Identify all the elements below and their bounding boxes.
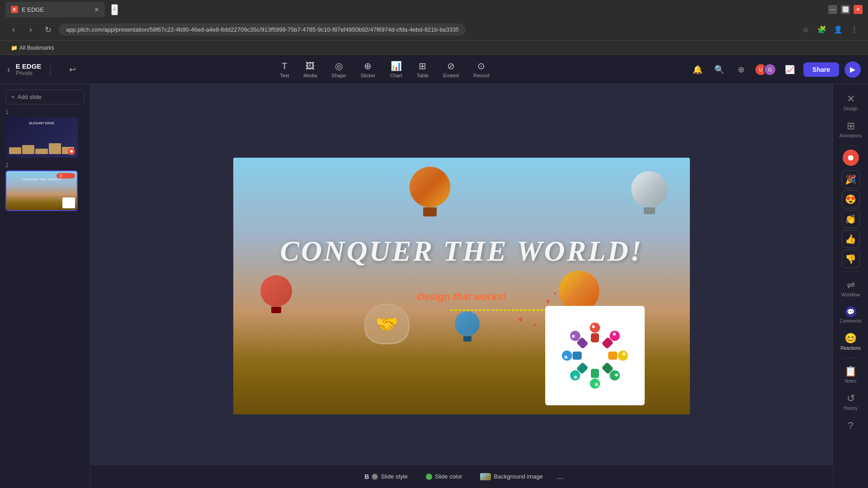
slide-color-fixed-button[interactable]: Slide color [421, 471, 467, 482]
browser-menu-icon[interactable]: ⋮ [848, 23, 861, 36]
back-nav-button[interactable]: ‹ [7, 64, 10, 75]
history-icon: ↺ [847, 393, 855, 404]
design-icon: ✕ [847, 93, 855, 105]
clap-reaction-button[interactable]: 👏 [842, 210, 860, 228]
bookmark-icon[interactable]: ☆ [799, 23, 812, 36]
svg-rect-13 [591, 369, 599, 378]
refresh-button[interactable]: ↻ [42, 23, 54, 36]
svg-point-18 [562, 351, 572, 361]
slide-thumbnail-2[interactable]: CONQUER THE WORLD! [5, 170, 78, 211]
reactions-icon: 😊 [844, 333, 857, 344]
app-name: E EDGE [16, 62, 42, 70]
app-privacy: Private [16, 70, 42, 76]
people-circle-svg [554, 315, 636, 396]
share-button[interactable]: Share [803, 62, 839, 77]
workflow-button[interactable]: ⇌ Workflow [836, 276, 866, 301]
canvas-area: CONQUER THE WORLD! Design that works! ▶ … [90, 84, 833, 488]
comments-icon: 💬 [845, 306, 856, 317]
balloon-1 [410, 167, 450, 216]
slide-title: CONQUER THE WORLD! [280, 235, 643, 268]
notification-button[interactable]: 🔔 [689, 61, 706, 78]
add-button[interactable]: ⊕ [733, 61, 749, 78]
shape-icon: ◎ [335, 61, 343, 71]
diamond-2: ◆ [533, 323, 536, 327]
app: ‹ E EDGE Private ↩ T Text 🖼 Media ◎ Shap… [0, 55, 868, 488]
back-button[interactable]: ‹ [7, 23, 20, 36]
balloon-2 [631, 171, 667, 216]
forward-button[interactable]: › [24, 23, 37, 36]
hand-drawing: 🤝 [360, 301, 414, 347]
heart-decoration-2: ♥ [554, 291, 557, 296]
address-input[interactable] [59, 23, 466, 36]
notes-icon: 📋 [844, 366, 857, 377]
recording-indicator[interactable]: ⏺ [843, 150, 859, 166]
play-button[interactable]: ▶ [844, 61, 861, 78]
plus-icon: + [11, 94, 15, 100]
bookmarks-bar: 📁 All Bookmarks [0, 41, 868, 55]
close-window-button[interactable]: ✕ [854, 5, 863, 14]
slide-item-2[interactable]: 2 CONQUER THE WORLD! [5, 162, 85, 211]
browser-actions: ☆ 🧩 👤 ⋮ [799, 23, 861, 36]
party-reaction-button[interactable]: 🎉 [842, 170, 860, 188]
media-icon: 🖼 [306, 61, 315, 71]
add-slide-button[interactable]: + Add slide [5, 89, 85, 104]
notes-button[interactable]: 📋 Notes [836, 362, 866, 387]
sidebar-divider-2 [842, 272, 860, 272]
animations-button[interactable]: ⊞ Animations [836, 117, 866, 142]
history-button[interactable]: ↺ History [836, 389, 866, 414]
heart-eyes-reaction-button[interactable]: 😍 [842, 190, 860, 208]
maximize-button[interactable]: ⬜ [841, 5, 850, 14]
minimize-button[interactable]: — [828, 5, 837, 14]
more-options-fixed-button[interactable]: ... [557, 472, 563, 481]
new-tab-button[interactable]: + [111, 4, 118, 15]
all-bookmarks-button[interactable]: 📁 All Bookmarks [7, 44, 58, 52]
chart-view-button[interactable]: 📈 [782, 61, 798, 78]
search-button[interactable]: 🔍 [711, 61, 727, 78]
svg-point-12 [590, 379, 600, 389]
people-circle-box [545, 306, 645, 405]
embed-tool[interactable]: ⊘ Embed [437, 58, 465, 81]
comments-button[interactable]: 💬 Comments [836, 303, 866, 327]
slide-color-dot-2 [426, 474, 432, 480]
record-icon: ⊙ [477, 61, 485, 71]
slide-thumbnail-1[interactable]: ELEGANT EDGE [5, 117, 78, 158]
design-button[interactable]: ✕ Design [836, 89, 866, 115]
table-icon: ⊞ [419, 61, 426, 71]
tab-close-icon[interactable]: ✕ [94, 6, 99, 13]
svg-point-6 [618, 351, 628, 361]
right-sidebar: ✕ Design ⊞ Animations ⏺ 🎉 😍 👏 👍 👎 ⇌ [833, 84, 868, 488]
text-icon: T [282, 61, 287, 71]
logo-section: E EDGE Private [16, 62, 51, 76]
sticker-tool[interactable]: ⊕ Sticker [354, 58, 382, 81]
slide-style-fixed-button[interactable]: B Slide style [360, 471, 412, 482]
slide-canvas[interactable]: CONQUER THE WORLD! Design that works! ▶ … [233, 158, 690, 414]
browser-tab[interactable]: E E EDGE ✕ [5, 2, 105, 17]
extensions-icon[interactable]: 🧩 [816, 23, 828, 36]
slide-item-1[interactable]: 1 ELEGANT EDGE [5, 109, 85, 158]
browser-address-bar: ‹ › ↻ ☆ 🧩 👤 ⋮ [0, 19, 868, 41]
slide-list: + Add slide 1 ELEGANT EDGE [0, 84, 90, 488]
table-tool[interactable]: ⊞ Table [410, 58, 435, 81]
app-header: ‹ E EDGE Private ↩ T Text 🖼 Media ◎ Shap… [0, 55, 868, 84]
thumbs-down-reaction-button[interactable]: 👎 [842, 250, 860, 268]
text-tool[interactable]: T Text [274, 58, 295, 81]
avatar-2: G [764, 63, 776, 76]
chart-tool[interactable]: 📊 Chart [384, 58, 409, 81]
reactions-group: 🎉 😍 👏 👍 👎 [842, 170, 860, 268]
balloon-3 [260, 275, 292, 316]
svg-point-14 [595, 383, 598, 386]
slide-style-dot-2 [372, 474, 378, 480]
record-tool[interactable]: ⊙ Record [467, 58, 495, 81]
workflow-icon: ⇌ [847, 279, 855, 291]
background-image-fixed-button[interactable]: Background image [476, 471, 547, 482]
media-tool[interactable]: 🖼 Media [297, 58, 323, 81]
avatar-group: U G [755, 63, 776, 76]
help-button[interactable]: ? [836, 416, 866, 435]
shape-tool[interactable]: ◎ Shape [325, 58, 352, 81]
reactions-button[interactable]: 😊 Reactions [836, 329, 866, 354]
thumbs-up-reaction-button[interactable]: 👍 [842, 230, 860, 248]
profile-icon[interactable]: 👤 [832, 23, 844, 36]
sidebar-divider [842, 145, 860, 146]
undo-button[interactable]: ↩ [65, 62, 80, 77]
bookmark-icon: 📁 [11, 45, 18, 51]
